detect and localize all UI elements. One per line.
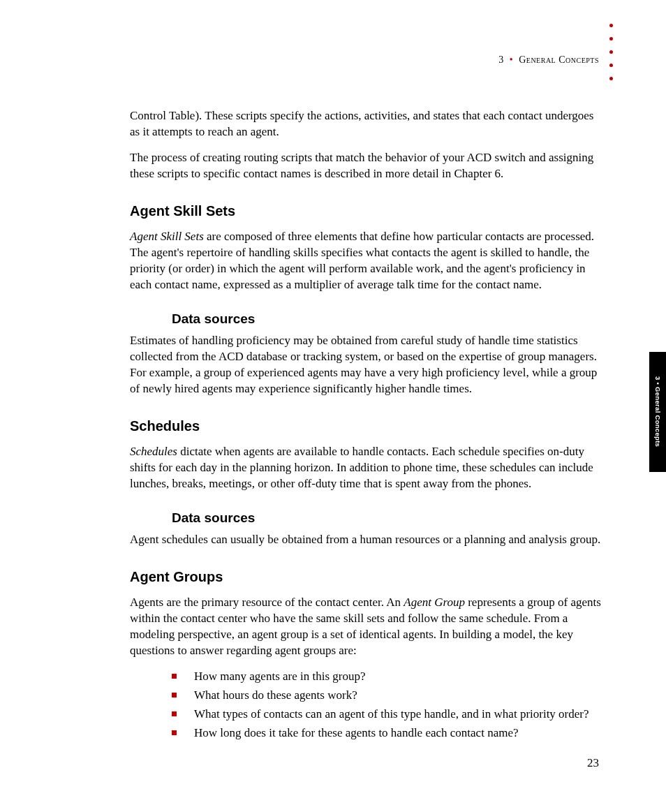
dot-icon (609, 24, 613, 27)
list-item: What types of contacts can an agent of t… (172, 707, 605, 723)
agent-groups-pre: Agents are the primary resource of the c… (130, 596, 404, 609)
dot-icon (609, 64, 613, 67)
page-number: 23 (587, 756, 599, 770)
schedules-text: dictate when agents are available to han… (130, 445, 593, 490)
running-header: 3 • General Concepts (498, 54, 599, 66)
heading-agent-skill-sets: Agent Skill Sets (130, 202, 605, 221)
page: 3 • General Concepts Control Table). The… (0, 0, 666, 812)
agent-groups-italic: Agent Group (404, 596, 465, 609)
intro-paragraph-2: The process of creating routing scripts … (130, 150, 605, 182)
heading-agent-groups: Agent Groups (130, 568, 605, 586)
dot-icon (609, 77, 613, 80)
list-item: How long does it take for these agents t… (172, 725, 605, 741)
header-separator: • (507, 54, 516, 65)
list-item: What hours do these agents work? (172, 688, 605, 704)
heading-data-sources-2: Data sources (172, 509, 605, 527)
agent-skill-sets-italic: Agent Skill Sets (130, 230, 204, 243)
dot-icon (609, 50, 613, 54)
data-sources-1-paragraph: Estimates of handling proficiency may be… (130, 333, 605, 397)
agent-groups-bullet-list: How many agents are in this group? What … (172, 669, 605, 741)
header-chapter-title: General Concepts (519, 54, 599, 65)
decorative-dots (609, 24, 613, 80)
side-tab-label: 3 • General Concepts (649, 352, 666, 472)
agent-groups-paragraph: Agents are the primary resource of the c… (130, 595, 605, 659)
agent-skill-sets-paragraph: Agent Skill Sets are composed of three e… (130, 229, 605, 293)
schedules-italic: Schedules (130, 445, 177, 458)
body-content: Control Table). These scripts specify th… (130, 108, 605, 744)
dot-icon (609, 37, 613, 40)
schedules-paragraph: Schedules dictate when agents are availa… (130, 444, 605, 492)
header-chapter-number: 3 (498, 54, 504, 65)
list-item: How many agents are in this group? (172, 669, 605, 685)
data-sources-2-paragraph: Agent schedules can usually be obtained … (130, 532, 605, 548)
intro-paragraph-1: Control Table). These scripts specify th… (130, 108, 605, 140)
heading-data-sources-1: Data sources (172, 310, 605, 328)
heading-schedules: Schedules (130, 417, 605, 436)
